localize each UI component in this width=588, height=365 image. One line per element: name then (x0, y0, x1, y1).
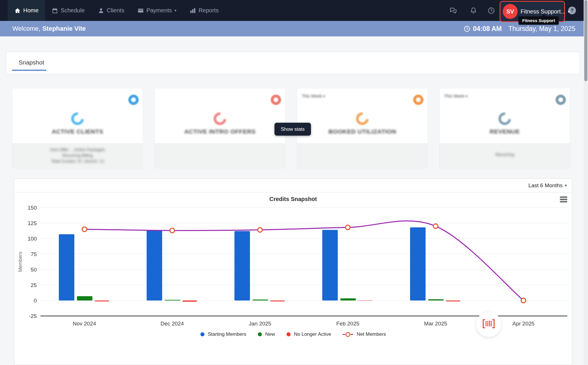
bar-new[interactable] (77, 296, 92, 300)
loading-ring-icon (211, 110, 229, 128)
card-badge-icon (271, 95, 281, 105)
barcode-logo-icon (482, 318, 495, 331)
stat-card-active-clients[interactable]: ACTIVE CLIENTS Intro Offer ... Active Pa… (12, 88, 143, 169)
legend-item-no-longer-active[interactable]: No Longer Active (287, 331, 331, 337)
bar-starting-members[interactable] (59, 234, 74, 300)
y-axis-label: Members (18, 252, 23, 272)
net-members-marker[interactable] (521, 298, 526, 303)
chat-icon[interactable] (449, 7, 457, 14)
chevron-down-icon: ▾ (175, 9, 177, 12)
nav-item-clients[interactable]: Clients (91, 0, 131, 21)
credits-snapshot-panel: Last 6 Months ▾ Credits Snapshot 1501251… (14, 178, 572, 365)
net-members-marker[interactable] (82, 227, 87, 232)
bar-starting-members[interactable] (235, 231, 250, 300)
card-footer-line: Total Contact: 97, Alumni: 12 (12, 158, 143, 164)
calendar-icon (52, 7, 58, 14)
clock-icon[interactable] (488, 7, 495, 14)
show-stats-button[interactable]: Show stats (274, 123, 311, 136)
card-title: ACTIVE CLIENTS (12, 128, 143, 135)
legend-line-marker-icon (343, 332, 353, 337)
y-tick-label: 50 (31, 267, 37, 273)
welcome-bar: Welcome, Stephanie Vite 04:08 AM Thursda… (0, 21, 588, 36)
nav-label: Clients (107, 7, 124, 14)
x-tick-label: Dec 2024 (160, 321, 184, 327)
bar-no-longer-active[interactable] (446, 300, 460, 301)
bar-starting-members[interactable] (147, 231, 162, 300)
legend-item-starting-members[interactable]: Starting Members (200, 331, 246, 337)
user-menu-name: Fitness Support... (521, 8, 566, 15)
net-members-marker[interactable] (433, 224, 438, 229)
chevron-down-icon: ▾ (466, 94, 468, 98)
tab-strip: Snapshot (6, 52, 580, 74)
net-members-marker[interactable] (345, 225, 350, 230)
x-tick-label: Jan 2025 (249, 321, 271, 327)
loading-ring-icon (496, 110, 514, 128)
nav-item-reports[interactable]: Reports (183, 0, 225, 21)
x-tick-label: Nov 2024 (73, 321, 96, 327)
credit-card-icon (138, 7, 144, 14)
bar-no-longer-active[interactable] (95, 300, 109, 301)
bar-new[interactable] (428, 299, 444, 300)
period-label: This Week (444, 93, 465, 98)
bar-starting-members[interactable] (410, 227, 425, 300)
card-badge-icon (413, 95, 423, 105)
card-footer-line: Intro Offer ... Active Packages (12, 147, 143, 153)
nav-item-schedule[interactable]: Schedule (45, 0, 91, 21)
stat-card-active-intro-offers[interactable]: ACTIVE INTRO OFFERS (154, 88, 285, 169)
chevron-down-icon: ▾ (323, 94, 325, 98)
current-date: Thursday, May 1, 2025 (508, 25, 575, 33)
period-label: This Week (302, 93, 322, 98)
tab-snapshot[interactable]: Snapshot (19, 59, 44, 66)
welcome-text: Welcome, Stephanie Vite (12, 21, 86, 36)
active-tab-underline (12, 70, 46, 71)
card-badge-icon (128, 95, 139, 105)
bar-no-longer-active[interactable] (270, 300, 285, 301)
bar-new[interactable] (340, 298, 356, 300)
legend-label: No Longer Active (294, 331, 331, 337)
stat-card-revenue[interactable]: This Week ▾ REVENUE Recurring (439, 88, 570, 169)
bar-chart-icon (189, 7, 196, 14)
nav-item-home[interactable]: Home (8, 0, 45, 21)
y-tick-label: 125 (28, 220, 37, 226)
bar-new[interactable] (165, 300, 180, 300)
bar-starting-members[interactable] (322, 230, 338, 300)
user-menu-tooltip: Fitness Support (519, 16, 559, 25)
nav-label: Schedule (61, 7, 84, 14)
y-tick-label: -25 (29, 313, 37, 319)
card-title: ACTIVE INTRO OFFERS (155, 128, 285, 135)
x-tick-label: Feb 2025 (336, 321, 359, 327)
bar-no-longer-active[interactable] (183, 300, 197, 302)
app-screen: Home Schedule Clients Payments ▾ (0, 0, 588, 365)
period-select[interactable]: This Week ▾ (302, 93, 325, 98)
card-footer: Intro Offer ... Active Packages Recurrin… (12, 143, 143, 169)
legend-dot-icon (258, 332, 262, 336)
person-icon (98, 7, 104, 14)
period-select[interactable]: This Week ▾ (444, 93, 467, 98)
net-members-marker[interactable] (170, 228, 175, 233)
welcome-user-name: Stephanie Vite (42, 25, 86, 32)
card-footer (297, 143, 428, 169)
legend-item-new[interactable]: New (258, 331, 275, 337)
nav-item-payments[interactable]: Payments ▾ (131, 0, 183, 21)
bar-new[interactable] (253, 300, 268, 300)
card-footer (155, 143, 285, 169)
card-title: BOOKED UTILIZATION (297, 128, 428, 135)
avatar[interactable]: SV (503, 4, 518, 19)
x-tick-label: Mar 2025 (424, 321, 447, 327)
clock-icon (464, 26, 470, 32)
bell-icon[interactable] (470, 7, 477, 14)
y-tick-label: 75 (31, 251, 37, 257)
legend-dot-icon (287, 332, 291, 336)
vertical-scrollbar-thumb[interactable] (584, 0, 587, 81)
loading-ring-icon (353, 110, 371, 128)
home-icon (14, 7, 21, 14)
x-tick-label: Apr 2025 (512, 321, 535, 327)
net-members-marker[interactable] (258, 228, 262, 232)
legend-label: Starting Members (208, 331, 246, 337)
stat-card-booked-utilization[interactable]: This Week ▾ BOOKED UTILIZATION (297, 88, 428, 169)
nav-label: Payments (146, 7, 172, 14)
bar-no-longer-active[interactable] (358, 300, 372, 301)
legend-dot-icon (200, 332, 204, 336)
legend-item-net-members[interactable]: Net Members (343, 331, 386, 337)
y-tick-label: 100 (28, 236, 37, 242)
